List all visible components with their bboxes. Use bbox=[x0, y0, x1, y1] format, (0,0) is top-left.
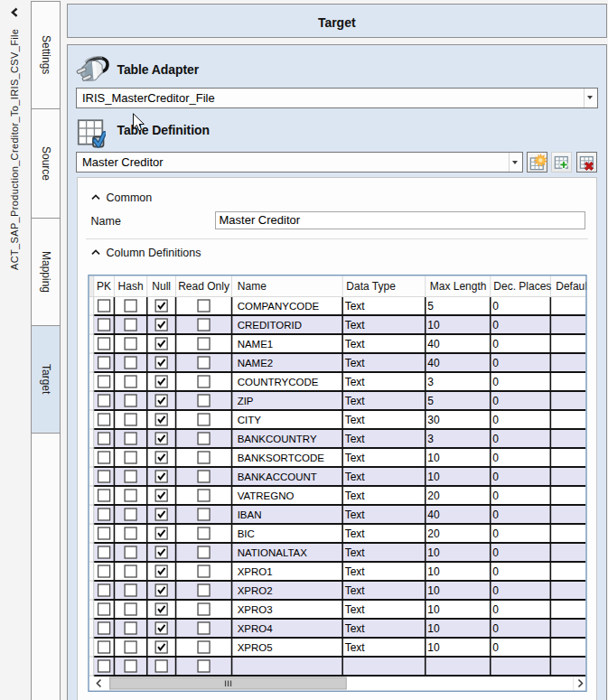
svg-text:PK: PK bbox=[97, 280, 111, 293]
svg-text:10: 10 bbox=[427, 583, 440, 596]
svg-text:CREDITORID: CREDITORID bbox=[237, 319, 301, 330]
svg-text:Name: Name bbox=[237, 280, 266, 293]
svg-text:0: 0 bbox=[492, 546, 499, 558]
svg-text:Text: Text bbox=[344, 583, 365, 596]
svg-text:0: 0 bbox=[492, 318, 499, 331]
svg-text:0: 0 bbox=[492, 640, 499, 653]
svg-text:Text: Text bbox=[344, 318, 365, 331]
svg-text:Text: Text bbox=[344, 527, 365, 539]
svg-text:Text: Text bbox=[344, 508, 365, 520]
svg-text:CITY: CITY bbox=[237, 414, 261, 425]
svg-text:Null: Null bbox=[152, 280, 171, 293]
svg-text:3: 3 bbox=[427, 375, 434, 387]
svg-text:Text: Text bbox=[344, 413, 365, 425]
svg-text:0: 0 bbox=[492, 299, 499, 312]
svg-text:0: 0 bbox=[492, 356, 499, 369]
svg-text:COUNTRYCODE: COUNTRYCODE bbox=[237, 376, 318, 387]
svg-text:Text: Text bbox=[344, 565, 365, 577]
svg-text:BIC: BIC bbox=[237, 527, 254, 538]
svg-text:Read Only: Read Only bbox=[178, 280, 229, 293]
svg-text:10: 10 bbox=[427, 546, 440, 558]
svg-text:Text: Text bbox=[344, 546, 365, 558]
svg-text:0: 0 bbox=[492, 565, 499, 577]
svg-text:Text: Text bbox=[344, 451, 365, 463]
svg-text:30: 30 bbox=[427, 413, 440, 425]
svg-text:Text: Text bbox=[344, 337, 365, 350]
svg-text:5: 5 bbox=[427, 299, 434, 312]
svg-text:Hash: Hash bbox=[117, 280, 143, 293]
svg-text:40: 40 bbox=[427, 356, 440, 369]
svg-text:0: 0 bbox=[492, 470, 499, 482]
svg-text:10: 10 bbox=[427, 451, 440, 463]
svg-text:XPRO1: XPRO1 bbox=[237, 565, 272, 576]
svg-text:0: 0 bbox=[492, 508, 499, 520]
svg-text:10: 10 bbox=[427, 318, 440, 331]
svg-text:NAME1: NAME1 bbox=[237, 338, 273, 349]
svg-text:XPRO5: XPRO5 bbox=[237, 641, 272, 652]
svg-text:0: 0 bbox=[492, 621, 499, 634]
svg-text:0: 0 bbox=[492, 413, 499, 425]
svg-text:IBAN: IBAN bbox=[237, 509, 261, 519]
svg-text:0: 0 bbox=[492, 451, 499, 463]
svg-text:20: 20 bbox=[427, 527, 440, 539]
svg-text:10: 10 bbox=[427, 565, 440, 577]
svg-text:10: 10 bbox=[427, 621, 440, 634]
svg-text:XPRO4: XPRO4 bbox=[237, 622, 273, 633]
svg-text:40: 40 bbox=[427, 337, 440, 350]
svg-text:XPRO3: XPRO3 bbox=[237, 603, 272, 614]
svg-text:3: 3 bbox=[427, 432, 434, 444]
svg-text:Text: Text bbox=[344, 299, 365, 312]
svg-text:Text: Text bbox=[344, 489, 365, 501]
svg-text:BANKCOUNTRY: BANKCOUNTRY bbox=[237, 433, 316, 443]
svg-text:20: 20 bbox=[427, 489, 440, 501]
svg-text:Default: Default bbox=[556, 280, 587, 293]
svg-text:Text: Text bbox=[344, 356, 365, 369]
svg-text:0: 0 bbox=[492, 583, 499, 596]
svg-text:BANKACCOUNT: BANKACCOUNT bbox=[237, 471, 316, 481]
svg-text:ZIP: ZIP bbox=[237, 395, 253, 406]
svg-text:Text: Text bbox=[344, 375, 365, 387]
svg-text:10: 10 bbox=[427, 470, 440, 482]
svg-text:0: 0 bbox=[492, 432, 499, 444]
svg-text:COMPANYCODE: COMPANYCODE bbox=[237, 300, 319, 311]
svg-text:Data Type: Data Type bbox=[346, 280, 396, 293]
svg-text:0: 0 bbox=[492, 375, 499, 387]
svg-text:Text: Text bbox=[344, 621, 365, 634]
svg-text:BANKSORTCODE: BANKSORTCODE bbox=[237, 452, 324, 462]
svg-text:5: 5 bbox=[427, 394, 434, 406]
svg-text:NATIONALTAX: NATIONALTAX bbox=[237, 546, 307, 557]
svg-text:0: 0 bbox=[492, 527, 499, 539]
svg-text:10: 10 bbox=[427, 602, 440, 615]
svg-text:0: 0 bbox=[492, 602, 499, 615]
svg-text:Text: Text bbox=[344, 640, 365, 653]
svg-text:VATREGNO: VATREGNO bbox=[237, 490, 294, 500]
svg-text:Text: Text bbox=[344, 394, 365, 406]
svg-text:Text: Text bbox=[344, 432, 365, 444]
svg-text:XPRO2: XPRO2 bbox=[237, 584, 272, 595]
svg-text:Text: Text bbox=[344, 602, 365, 615]
svg-text:Max Length: Max Length bbox=[429, 280, 486, 293]
svg-text:0: 0 bbox=[492, 337, 499, 350]
svg-text:Dec. Places: Dec. Places bbox=[493, 280, 551, 293]
svg-text:0: 0 bbox=[492, 394, 499, 406]
svg-text:0: 0 bbox=[492, 489, 499, 501]
svg-text:NAME2: NAME2 bbox=[237, 357, 273, 368]
svg-text:Text: Text bbox=[344, 470, 365, 482]
svg-text:10: 10 bbox=[427, 640, 440, 653]
svg-text:40: 40 bbox=[427, 508, 440, 520]
